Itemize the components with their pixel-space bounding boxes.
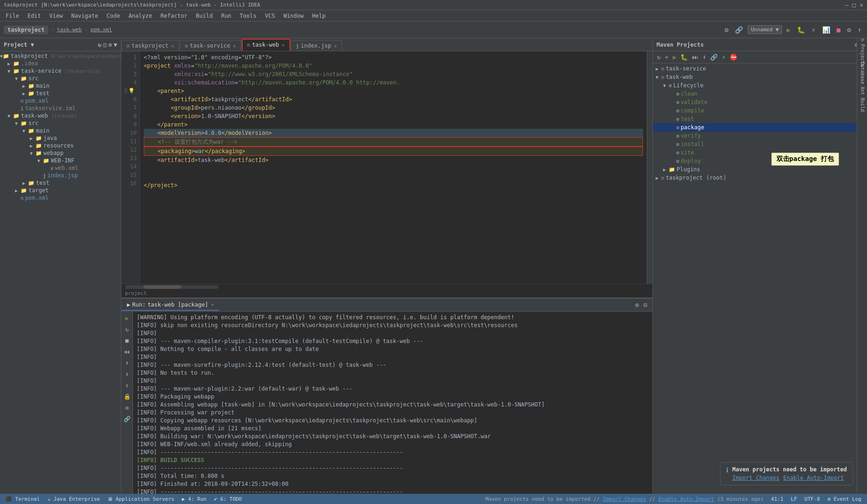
tree-item-target[interactable]: ▶ 📁 target xyxy=(0,187,121,194)
menu-navigate[interactable]: Navigate xyxy=(68,12,102,20)
maven-item-install[interactable]: ⚙ install xyxy=(653,140,867,148)
coverage-button[interactable]: ⚡ xyxy=(810,25,817,35)
tab-close-btn[interactable]: ✕ xyxy=(334,43,337,49)
run-tab-close[interactable]: ✕ xyxy=(211,302,214,307)
tree-item-main2[interactable]: ▼ 📁 main xyxy=(0,127,121,134)
ant-build-tab[interactable]: Ant Build xyxy=(857,91,867,107)
tree-item-src1[interactable]: ▼ 📁 src xyxy=(0,75,121,82)
run-config-dropdown[interactable]: Unnamed ▼ xyxy=(748,25,782,34)
expand-arrow[interactable]: ▶ xyxy=(22,91,28,96)
expand-arrow[interactable]: ▼ xyxy=(15,121,21,126)
tree-item-webxml[interactable]: x web.xml xyxy=(0,164,121,172)
sync-icon[interactable]: ↻ xyxy=(98,42,101,48)
profile-button[interactable]: 📊 xyxy=(820,25,832,35)
run-tab[interactable]: ▶ Run: task-web [package] ✕ xyxy=(121,300,219,311)
menu-analyze[interactable]: Analyze xyxy=(125,12,156,20)
import-changes-link[interactable]: Import Changes xyxy=(603,496,646,502)
expand-arrow[interactable]: ▶ xyxy=(22,181,28,186)
popup-autoimport-link[interactable]: Enable Auto-Import xyxy=(783,475,844,481)
menu-window[interactable]: Window xyxy=(280,12,307,20)
code-area[interactable]: <?xml version="1.0" encoding="UTF-8"?> <… xyxy=(140,51,647,284)
maven-projects-tab[interactable]: Maven Projects xyxy=(857,38,867,55)
tab-close-btn[interactable]: ✕ xyxy=(171,43,174,49)
tree-item-idea[interactable]: ▶ 📁 .idea xyxy=(0,60,121,67)
settings-icon[interactable]: ⚙ xyxy=(109,42,112,48)
tree-item-main1[interactable]: ▶ 📁 main xyxy=(0,82,121,90)
run-settings-btn[interactable]: ⚙ xyxy=(634,301,640,309)
enable-autoimport-link[interactable]: Enable Auto-Import xyxy=(658,496,714,502)
run-btn4[interactable]: ⏮ xyxy=(122,347,132,357)
maven-debug-btn[interactable]: 🐛 xyxy=(679,53,689,61)
tree-item-indexjsp[interactable]: j index.jsp xyxy=(0,172,121,179)
tree-item-taskservice[interactable]: ▼ 📁 task-service [taskservice] xyxy=(0,67,121,75)
scrollbar-thumb[interactable] xyxy=(144,285,181,289)
maven-stop-btn[interactable]: ⛔ xyxy=(728,53,739,61)
tab-close-btn[interactable]: ✕ xyxy=(233,43,236,49)
tab-taskproject[interactable]: m taskproject ✕ xyxy=(121,40,179,51)
run-btn8[interactable]: 🔒 xyxy=(122,392,132,401)
maximize-btn[interactable]: □ xyxy=(852,1,856,8)
tree-item-test1[interactable]: ▶ 📁 test xyxy=(0,90,121,97)
toolbar-settings[interactable]: ⚙ xyxy=(723,25,730,35)
expand-arrow[interactable]: ▼ xyxy=(15,76,21,81)
breadcrumb-taskweb[interactable]: task-web xyxy=(57,27,82,33)
expand-arrow[interactable]: ▼ xyxy=(37,158,43,163)
run-btn9[interactable]: ⚙ xyxy=(122,403,132,413)
menu-vcs[interactable]: VCS xyxy=(261,12,279,20)
expand-arrow[interactable]: ▼ xyxy=(7,113,13,119)
expand-arrow[interactable]: ▼ xyxy=(30,151,35,156)
tree-item-resources[interactable]: ▶ 📁 resources xyxy=(0,142,121,149)
run-btn7[interactable]: ↕ xyxy=(122,381,132,390)
tree-item-taskweb[interactable]: ▼ 📁 task-web [taskweb] xyxy=(0,112,121,119)
tree-item-src2[interactable]: ▼ 📁 src xyxy=(0,119,121,127)
run-stop-btn[interactable]: ■ xyxy=(122,336,132,345)
gear-icon[interactable]: ▼ xyxy=(114,42,117,48)
maven-item-taskproject-root[interactable]: ▶ m taskproject (root) xyxy=(653,174,867,182)
maven-arrow[interactable]: ▼ xyxy=(663,83,669,88)
maven-arrow[interactable]: ▶ xyxy=(656,66,661,71)
maven-skip-btn[interactable]: ⏭ xyxy=(691,53,699,61)
status-encoding[interactable]: UTF-8 xyxy=(803,496,822,502)
run-btn6[interactable]: ⬇ xyxy=(122,370,132,379)
maven-refresh-btn[interactable]: ↻ xyxy=(656,53,662,61)
close-btn[interactable]: ✕ xyxy=(860,1,863,8)
run-expand-btn[interactable]: ⊡ xyxy=(642,301,649,309)
expand-arrow[interactable]: ▶ xyxy=(7,61,13,66)
maven-item-verify[interactable]: ⚙ verify xyxy=(653,132,867,140)
menu-edit[interactable]: Edit xyxy=(24,12,45,20)
tree-item-pom1[interactable]: m pom.xml xyxy=(0,97,121,105)
menu-view[interactable]: View xyxy=(46,12,67,20)
editor-scrollbar[interactable] xyxy=(647,51,652,284)
maven-item-taskservice[interactable]: ▶ m task-service xyxy=(653,64,867,73)
run-btn10[interactable]: 🔗 xyxy=(122,414,132,424)
maven-item-clean[interactable]: ⚙ clean xyxy=(653,90,867,98)
maven-item-package[interactable]: ⚙ package xyxy=(653,123,867,132)
popup-import-link[interactable]: Import Changes xyxy=(732,475,779,481)
maven-arrow[interactable]: ▶ xyxy=(663,167,669,172)
expand-arrow[interactable]: ▼ xyxy=(7,69,13,74)
tab-close-btn[interactable]: ✕ xyxy=(282,42,285,48)
tree-item-java[interactable]: ▶ 📁 java xyxy=(0,134,121,142)
status-java-enterprise[interactable]: ☕ Java Enterprise xyxy=(46,496,102,502)
run-play-btn[interactable]: ▶ xyxy=(122,314,132,323)
maven-item-validate[interactable]: ⚙ validate xyxy=(653,98,867,106)
debug-button[interactable]: 🐛 xyxy=(795,25,807,35)
tree-item-pom2[interactable]: m pom.xml xyxy=(0,194,121,202)
tab-taskweb[interactable]: m task-web ✕ xyxy=(242,39,290,51)
maven-run-btn[interactable]: ▶ xyxy=(671,53,678,61)
maven-link-btn[interactable]: 🔗 xyxy=(709,53,719,61)
expand-arrow[interactable]: ▼ xyxy=(22,128,28,133)
maven-add-btn[interactable]: + xyxy=(664,53,670,61)
maven-download-btn[interactable]: ⬇ xyxy=(701,53,707,61)
stop-button[interactable]: ■ xyxy=(835,25,842,35)
minimize-btn[interactable]: – xyxy=(845,1,849,8)
menu-build[interactable]: Build xyxy=(192,12,217,20)
tree-item-taskproject[interactable]: ▼ 📁 taskproject N:\work\workspace\iedapr… xyxy=(0,52,121,60)
maven-arrow[interactable]: ▼ xyxy=(656,75,661,80)
menu-file[interactable]: File xyxy=(2,12,23,20)
run-button[interactable]: ▶ xyxy=(785,25,792,35)
maven-item-taskweb[interactable]: ▼ m task-web xyxy=(653,73,867,81)
status-run[interactable]: ▶ 4: Run xyxy=(180,496,209,502)
breadcrumb-pomxml[interactable]: pom.xml xyxy=(91,27,112,33)
status-event-log[interactable]: ⚙ Event Log xyxy=(825,496,863,502)
